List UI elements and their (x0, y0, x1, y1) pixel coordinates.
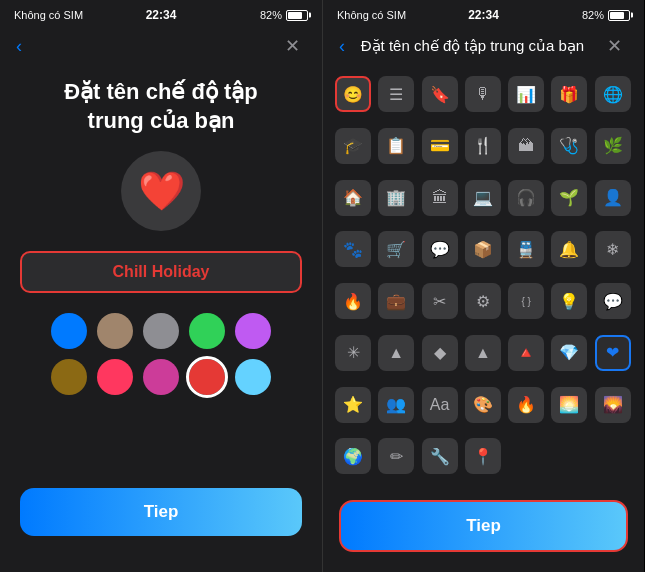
left-bottom: Tiep (0, 405, 322, 572)
color-dot-cyan[interactable] (235, 359, 271, 395)
right-header: ‹ Đặt tên chế độ tập trung của bạn ✕ (323, 28, 644, 68)
focus-icon-circle[interactable]: ❤️ (121, 151, 201, 231)
close-button-right[interactable]: ✕ (600, 32, 628, 60)
status-carrier-right: Không có SIM (337, 9, 406, 21)
icon-cell-32[interactable]: { } (508, 283, 544, 319)
icon-cell-36[interactable]: ▲ (378, 335, 414, 371)
icon-cell-7[interactable]: 🎓 (335, 128, 371, 164)
icon-cell-13[interactable]: 🌿 (595, 128, 631, 164)
status-bar-left: Không có SIM 22:34 82% (0, 0, 322, 28)
icon-cell-28[interactable]: 🔥 (335, 283, 371, 319)
color-grid (0, 313, 322, 395)
tiep-button-right[interactable]: Tiep (339, 500, 628, 552)
icon-cell-48[interactable]: 🌄 (595, 387, 631, 423)
icon-cell-4[interactable]: 📊 (508, 76, 544, 112)
icon-cell-41[interactable]: ❤ (595, 335, 631, 371)
icon-cell-30[interactable]: ✂ (422, 283, 458, 319)
icon-cell-2[interactable]: 🔖 (422, 76, 458, 112)
icon-cell-3[interactable]: 🎙 (465, 76, 501, 112)
battery-percent-left: 82% (260, 9, 282, 21)
name-input[interactable] (22, 253, 300, 291)
battery-icon-right (608, 10, 630, 21)
icon-cell-50[interactable]: ✏ (378, 438, 414, 474)
icon-grid: 😊☰🔖🎙📊🎁🌐🎓📋💳🍴🏔🩺🌿🏠🏢🏛💻🎧🌱👤🐾🛒💬📦🚆🔔❄🔥💼✂⚙{ }💡💬✳▲◆… (323, 68, 644, 492)
icon-cell-52[interactable]: 📍 (465, 438, 501, 474)
name-input-wrapper (20, 251, 302, 293)
icon-cell-20[interactable]: 👤 (595, 180, 631, 216)
status-carrier-left: Không có SIM (14, 9, 83, 21)
icon-cell-17[interactable]: 💻 (465, 180, 501, 216)
icon-cell-38[interactable]: ▲ (465, 335, 501, 371)
icon-cell-18[interactable]: 🎧 (508, 180, 544, 216)
icon-cell-19[interactable]: 🌱 (551, 180, 587, 216)
color-dot-brown[interactable] (51, 359, 87, 395)
tiep-button-left[interactable]: Tiep (20, 488, 302, 536)
icon-cell-25[interactable]: 🚆 (508, 231, 544, 267)
icon-cell-49[interactable]: 🌍 (335, 438, 371, 474)
battery-fill-left (288, 12, 302, 19)
icon-cell-40[interactable]: 💎 (551, 335, 587, 371)
icon-cell-44[interactable]: Aa (422, 387, 458, 423)
icon-cell-9[interactable]: 💳 (422, 128, 458, 164)
icon-cell-5[interactable]: 🎁 (551, 76, 587, 112)
icon-cell-22[interactable]: 🛒 (378, 231, 414, 267)
color-dot-red[interactable] (189, 359, 225, 395)
icon-cell-12[interactable]: 🩺 (551, 128, 587, 164)
icon-cell-26[interactable]: 🔔 (551, 231, 587, 267)
icon-cell-31[interactable]: ⚙ (465, 283, 501, 319)
icon-cell-0[interactable]: 😊 (335, 76, 371, 112)
right-header-title: Đặt tên chế độ tập trung của bạn (345, 37, 600, 55)
color-dot-tan[interactable] (97, 313, 133, 349)
color-dot-magenta[interactable] (143, 359, 179, 395)
icon-cell-6[interactable]: 🌐 (595, 76, 631, 112)
status-bar-right: Không có SIM 22:34 82% (323, 0, 644, 28)
icon-cell-42[interactable]: ⭐ (335, 387, 371, 423)
battery-icon-left (286, 10, 308, 21)
status-time-left: 22:34 (146, 8, 177, 22)
icon-cell-43[interactable]: 👥 (378, 387, 414, 423)
right-panel: Không có SIM 22:34 82% ‹ Đặt tên chế độ … (322, 0, 644, 572)
back-button-left[interactable]: ‹ (16, 36, 22, 57)
icon-cell-10[interactable]: 🍴 (465, 128, 501, 164)
color-dot-blue[interactable] (51, 313, 87, 349)
battery-fill-right (610, 12, 624, 19)
icon-cell-51[interactable]: 🔧 (422, 438, 458, 474)
battery-percent-right: 82% (582, 9, 604, 21)
icon-cell-27[interactable]: ❄ (595, 231, 631, 267)
color-dot-gray[interactable] (143, 313, 179, 349)
icon-cell-37[interactable]: ◆ (422, 335, 458, 371)
status-right-left: 82% (260, 9, 308, 21)
icon-cell-11[interactable]: 🏔 (508, 128, 544, 164)
icon-cell-47[interactable]: 🌅 (551, 387, 587, 423)
icon-cell-24[interactable]: 📦 (465, 231, 501, 267)
icon-cell-15[interactable]: 🏢 (378, 180, 414, 216)
color-dot-green[interactable] (189, 313, 225, 349)
icon-cell-29[interactable]: 💼 (378, 283, 414, 319)
icon-cell-16[interactable]: 🏛 (422, 180, 458, 216)
status-time-right: 22:34 (468, 8, 499, 22)
left-panel: Không có SIM 22:34 82% ‹ ✕ Đặt tên chế đ… (0, 0, 322, 572)
icon-cell-1[interactable]: ☰ (378, 76, 414, 112)
color-dot-pink[interactable] (97, 359, 133, 395)
left-header: ‹ ✕ (0, 28, 322, 68)
icon-cell-14[interactable]: 🏠 (335, 180, 371, 216)
heart-icon: ❤️ (138, 169, 185, 213)
icon-cell-33[interactable]: 💡 (551, 283, 587, 319)
icon-cell-23[interactable]: 💬 (422, 231, 458, 267)
left-title: Đặt tên chế độ tập trung của bạn (0, 68, 322, 151)
icon-cell-8[interactable]: 📋 (378, 128, 414, 164)
icon-cell-35[interactable]: ✳ (335, 335, 371, 371)
icon-cell-46[interactable]: 🔥 (508, 387, 544, 423)
color-dot-purple[interactable] (235, 313, 271, 349)
icon-cell-34[interactable]: 💬 (595, 283, 631, 319)
close-button-left[interactable]: ✕ (278, 32, 306, 60)
status-right-right: 82% (582, 9, 630, 21)
icon-cell-39[interactable]: 🔺 (508, 335, 544, 371)
icon-cell-21[interactable]: 🐾 (335, 231, 371, 267)
icon-cell-45[interactable]: 🎨 (465, 387, 501, 423)
